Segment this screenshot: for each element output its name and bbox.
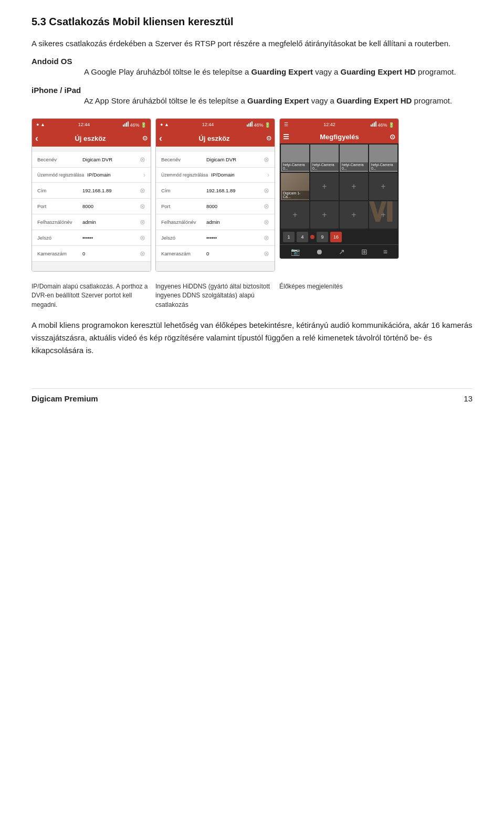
page-btn-16[interactable]: 16	[330, 232, 342, 242]
form-value-pass-2: ••••••	[203, 235, 261, 241]
header-title-2: Új eszköz	[162, 135, 266, 142]
form-label-becenev-1: Becenév	[37, 157, 79, 162]
android-section: Andoid OS A Google Play áruházból töltse…	[32, 57, 472, 78]
form-row-cim-1: Cím 192.168.1.89 ⊗	[32, 183, 151, 199]
plus-icon-9: +	[292, 210, 297, 220]
android-bold1: Guarding Expert	[251, 67, 313, 76]
phone-header-1: ‹ Új eszköz ⊙	[32, 130, 151, 147]
menu-icon[interactable]: ≡	[383, 247, 387, 256]
form-clear-port-1[interactable]: ⊗	[140, 202, 145, 210]
live-cell-1[interactable]: helyi-Camera 0...	[281, 145, 309, 172]
form-label-cim-1: Cím	[37, 188, 79, 193]
live-cell-2[interactable]: helyi-Camera 0...	[310, 145, 339, 172]
form-label-pass-2: Jelszó	[161, 235, 203, 241]
status-left-2: ● ▲	[160, 122, 169, 127]
cam-label-2: helyi-Camera 0...	[311, 162, 339, 171]
layout-icon[interactable]: ⊞	[361, 247, 368, 256]
iphone-suffix: programot.	[412, 96, 452, 105]
form-label-uzemmód-2: Üzemmód regisztrálása	[161, 172, 208, 178]
status-battery-2: 46%	[254, 122, 263, 128]
page-heading: 5.3 Csatlakozás Mobil kliensen keresztül	[32, 16, 472, 28]
bottom-paragraph: A mobil kliens programokon keresztül leh…	[32, 319, 472, 357]
live-cell-12[interactable]: + M	[369, 201, 397, 229]
page-btn-1[interactable]: 1	[283, 232, 295, 242]
form-clear-cim-2[interactable]: ⊗	[264, 187, 269, 194]
form-arrow-uzemmód-2[interactable]: ›	[267, 171, 269, 179]
form-value-uzemmód-1: IP/Domain	[84, 172, 141, 178]
screenshot-2: ● ▲ 12:44 46% 🔋 ‹ Új eszköz ⊙ Becenév Di…	[155, 118, 275, 272]
form-clear-user-2[interactable]: ⊗	[264, 218, 269, 226]
form-clear-user-1[interactable]: ⊗	[140, 218, 145, 226]
form-label-becenev-2: Becenév	[161, 157, 203, 162]
live-cell-4[interactable]: helyi-Camera 0...	[369, 145, 397, 172]
caption-2: Ingyenes HiDDNS (gyártó által biztosítot…	[155, 282, 275, 309]
form-value-user-2: admin	[203, 219, 261, 225]
form-clear-becenev-1[interactable]: ⊗	[140, 156, 145, 163]
form-value-cim-2: 192.168.1.89	[203, 188, 261, 193]
form-clear-pass-1[interactable]: ⊗	[140, 234, 145, 242]
form-value-pass-1: ••••••	[79, 235, 138, 241]
form-label-kamera-2: Kameraszám	[161, 251, 203, 256]
live-cell-7[interactable]: +	[340, 173, 368, 200]
plus-icon-10: +	[322, 210, 327, 220]
form-row-user-2: Felhasználónév admin ⊗	[156, 214, 275, 230]
live-cell-10[interactable]: +	[310, 201, 339, 229]
iphone-section: iPhone / iPad Az App Store áruházból töl…	[32, 86, 472, 107]
live-header-title-3: Megfigyelés	[320, 133, 359, 141]
form-value-cim-1: 192.168.1.89	[79, 188, 138, 193]
live-cell-9[interactable]: +	[281, 201, 309, 229]
footer-page-number: 13	[464, 394, 472, 403]
form-row-kamera-1: Kameraszám 0 ⊗	[32, 246, 151, 262]
form-value-becenev-1: Digicam DVR	[79, 157, 138, 162]
edit-button-2[interactable]: ⊙	[266, 135, 271, 142]
form-row-kamera-2: Kameraszám 0 ⊗	[156, 246, 275, 262]
form-clear-kamera-1[interactable]: ⊗	[140, 250, 145, 257]
phone-body-2: Becenév Digicam DVR ⊗ Üzemmód regisztrál…	[156, 147, 275, 271]
form-row-port-1: Port 8000 ⊗	[32, 199, 151, 214]
live-cell-5[interactable]: Digicam 1-Ca...	[281, 173, 309, 200]
cam-label-1: helyi-Camera 0...	[282, 162, 309, 171]
form-arrow-uzemmód-1[interactable]: ›	[143, 171, 145, 179]
page-footer: Digicam Premium 13	[32, 388, 472, 403]
captions-row: IP/Domain alapú csatlakozás. A porthoz a…	[32, 282, 472, 309]
cam-label-3: helyi-Camera 0...	[341, 162, 368, 171]
status-battery-1: 46%	[130, 122, 139, 128]
status-right-1: 46% 🔋	[123, 121, 146, 128]
form-clear-becenev-2[interactable]: ⊗	[264, 156, 269, 163]
live-cell-11[interactable]: +	[340, 201, 368, 229]
edit-button-1[interactable]: ⊙	[142, 135, 148, 142]
android-heading: Andoid OS	[32, 57, 72, 66]
plus-icon-11: +	[351, 210, 356, 220]
share-icon[interactable]: ↗	[339, 247, 345, 256]
phone-body-1: Becenév Digicam DVR ⊗ Üzemmód regisztrál…	[32, 147, 151, 271]
form-clear-kamera-2[interactable]: ⊗	[264, 250, 269, 257]
live-menu-icon[interactable]: ☰	[283, 133, 289, 141]
form-label-port-1: Port	[37, 203, 79, 209]
form-clear-port-2[interactable]: ⊗	[264, 202, 269, 210]
form-label-port-2: Port	[161, 203, 203, 209]
cam-label-5: Digicam 1-Ca...	[282, 191, 309, 199]
page-btn-4[interactable]: 4	[297, 232, 308, 242]
live-cell-8[interactable]: +	[369, 173, 397, 200]
iphone-paragraph: Az App Store áruházból töltse le és tele…	[84, 95, 472, 107]
form-value-kamera-1: 0	[79, 251, 138, 256]
live-settings-icon[interactable]: ⊙	[390, 133, 395, 141]
status-left-3: ☰	[284, 122, 288, 127]
status-right-2: 46% 🔋	[247, 121, 270, 128]
page-dot	[310, 235, 314, 239]
form-label-uzemmód-1: Üzemmód regisztrálása	[37, 172, 84, 178]
page-btn-9[interactable]: 9	[317, 232, 328, 242]
form-row-uzemmód-2: Üzemmód regisztrálása IP/Domain ›	[156, 168, 275, 183]
form-value-becenev-2: Digicam DVR	[203, 157, 261, 162]
live-cell-6[interactable]: +	[310, 173, 339, 200]
record-icon[interactable]: ⏺	[316, 247, 323, 256]
caption-1: IP/Domain alapú csatlakozás. A porthoz a…	[32, 282, 151, 309]
camera-icon[interactable]: 📷	[291, 247, 300, 256]
iphone-bold2: Guarding Expert HD	[337, 96, 412, 105]
form-clear-pass-2[interactable]: ⊗	[264, 234, 269, 242]
live-cell-3[interactable]: helyi-Camera 0...	[340, 145, 368, 172]
live-toolbar: 📷 ⏺ ↗ ⊞ ≡	[280, 244, 398, 259]
form-clear-cim-1[interactable]: ⊗	[140, 187, 145, 194]
form-row-cim-2: Cím 192.168.1.89 ⊗	[156, 183, 275, 199]
form-label-kamera-1: Kameraszám	[37, 251, 79, 256]
